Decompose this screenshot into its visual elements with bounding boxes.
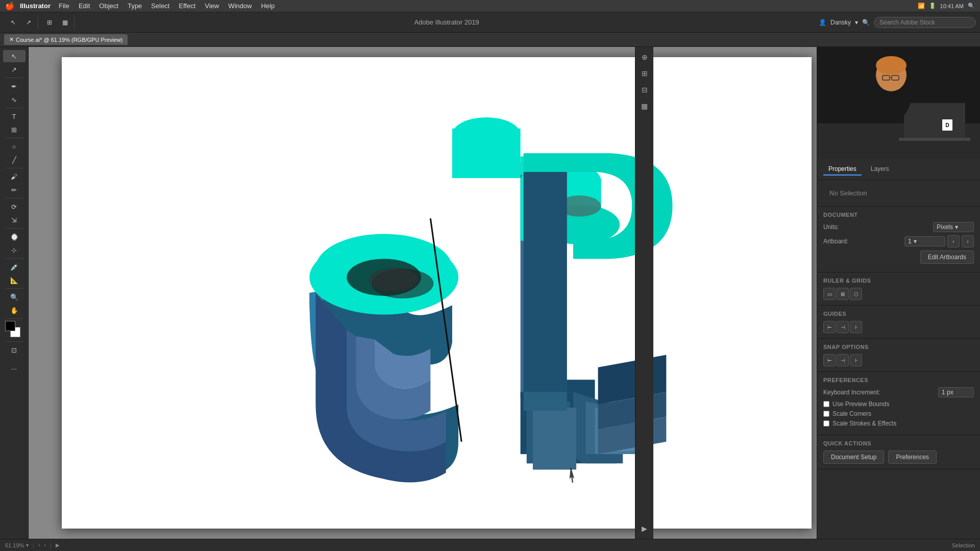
document-tab[interactable]: ✕ Course.ai* @ 61.19% (RGB/GPU Preview) (4, 34, 128, 45)
tool-sep-4 (5, 168, 23, 168)
curvature-tool[interactable]: ∿ (3, 93, 26, 106)
status-bar: 61.19% ▾ | ‹ › | ▶ Selection (0, 539, 980, 551)
edit-artboards-btn[interactable]: Edit Artboards (920, 251, 974, 264)
menu-type[interactable]: Type (124, 1, 146, 11)
units-dropdown-arrow: ▾ (955, 223, 958, 231)
toolbar-transform-tool[interactable]: ↗ (21, 15, 36, 30)
scale-corners-label: Scale Corners (832, 410, 871, 417)
fill-color-swatch[interactable] (5, 321, 15, 331)
ellipse-tool[interactable]: ○ (3, 140, 26, 153)
scale-strokes-effects-label: Scale Strokes & Effects (832, 420, 896, 427)
user-label: Dansky (830, 19, 851, 26)
preferences-btn[interactable]: Preferences (888, 450, 937, 464)
menu-window[interactable]: Window (224, 1, 256, 11)
grid-icon-btn[interactable]: ⊞ (837, 288, 849, 300)
artboards-icon[interactable]: ⊞ (638, 66, 652, 81)
mesh-tool[interactable]: ⊹ (3, 244, 26, 256)
eyedropper-tool[interactable]: 💉 (3, 261, 26, 273)
prev-artboard-btn[interactable]: ‹ (38, 542, 40, 548)
snap-icon-2[interactable]: ⊣ (837, 354, 849, 366)
guide-icon-1[interactable]: ⊢ (823, 321, 836, 333)
perspective-grid-btn[interactable]: ⬡ (850, 288, 862, 300)
menu-view[interactable]: View (201, 1, 223, 11)
use-preview-bounds-checkbox[interactable] (823, 401, 829, 407)
svg-rect-22 (904, 103, 965, 139)
guide-icon-2[interactable]: ⊣ (837, 321, 849, 333)
artboard-dropdown[interactable]: 1 ▾ (904, 236, 945, 246)
artboard-prev-btn[interactable]: ‹ (947, 235, 960, 247)
menu-select[interactable]: Select (147, 1, 174, 11)
selection-mode-label: Selection (952, 542, 975, 548)
tool-sep-10 (5, 341, 23, 342)
rotate-tool[interactable]: ⟳ (3, 201, 26, 213)
table-tool[interactable]: ⊞ (3, 123, 26, 136)
document-setup-btn[interactable]: Document Setup (823, 450, 884, 464)
direct-selection-tool[interactable]: ↗ (3, 63, 26, 76)
toolbar-grid2-btn[interactable]: ▦ (58, 15, 72, 30)
menu-effect[interactable]: Effect (175, 1, 200, 11)
scale-strokes-checkbox[interactable] (823, 420, 829, 427)
snap-icon-3[interactable]: ⊦ (850, 354, 862, 366)
line-tool[interactable]: ╱ (3, 154, 26, 166)
toolbar-grid-btn[interactable]: ⊞ (42, 15, 57, 30)
artboard (62, 57, 812, 529)
keyboard-increment-input[interactable] (938, 387, 974, 397)
search-stock-input[interactable]: Search Adobe Stock (874, 17, 976, 28)
tool-sep-7 (5, 258, 23, 259)
menu-help[interactable]: Help (257, 1, 279, 11)
menu-object[interactable]: Object (95, 1, 122, 11)
user-dropdown-icon[interactable]: ▾ (855, 19, 858, 26)
svg-point-26 (876, 56, 906, 74)
ruler-icon-btn[interactable]: ▭ (823, 288, 836, 300)
apple-menu[interactable]: 🍎 (5, 2, 15, 11)
menu-file[interactable]: File (55, 1, 74, 11)
properties-icon[interactable]: ▦ (638, 99, 652, 113)
snap-icon-1[interactable]: ⊢ (823, 354, 836, 366)
zoom-dropdown[interactable]: ▾ (26, 542, 29, 548)
units-dropdown[interactable]: Pixels ▾ (933, 222, 974, 232)
pen-tool[interactable]: ✒ (3, 80, 26, 92)
paintbrush-tool[interactable]: 🖌 (3, 170, 26, 183)
snap-options-label: Snap Options (823, 344, 974, 350)
toolbar-selection-tool[interactable]: ↖ (6, 15, 20, 30)
next-artboard-btn[interactable]: › (44, 542, 46, 548)
document-section-title: Document (823, 212, 974, 218)
svg-rect-23 (899, 138, 970, 141)
scale-corners-checkbox[interactable] (823, 411, 829, 417)
pencil-tool[interactable]: ✏ (3, 184, 26, 196)
tab-layers[interactable]: Layers (866, 163, 894, 176)
selection-tool[interactable]: ↖ (3, 50, 26, 62)
toolbar-nav-group: ↖ ↗ (4, 15, 38, 30)
ruler-grid-icons: ▭ ⊞ ⬡ (823, 288, 974, 300)
app-name: Illustrator (20, 2, 51, 10)
libraries-icon[interactable]: ⊕ (638, 50, 652, 64)
more-tools[interactable]: ··· (3, 362, 26, 374)
search-menu-icon[interactable]: 🔍 (968, 3, 975, 9)
blend-tool[interactable]: ⌚ (3, 231, 26, 243)
menu-items: File Edit Object Type Select Effect View… (55, 1, 918, 11)
video-preview: D (817, 47, 980, 159)
edit-artboards-row: Edit Artboards (823, 251, 974, 264)
menu-edit[interactable]: Edit (75, 1, 94, 11)
change-screen-mode[interactable]: ⊡ (3, 344, 26, 356)
assets-icon[interactable]: ⊟ (638, 83, 652, 97)
measure-tool[interactable]: 📐 (3, 274, 26, 286)
artboard-next-btn[interactable]: › (962, 235, 974, 247)
guide-icon-3[interactable]: ⊦ (850, 321, 862, 333)
units-value: Pixels ▾ (933, 222, 974, 232)
units-row: Units: Pixels ▾ (823, 222, 974, 232)
quick-actions-label: Quick Actions (823, 440, 974, 446)
type-tool[interactable]: T (3, 110, 26, 122)
preferences-section: Preferences Keyboard Increment: Use Prev… (817, 372, 980, 435)
play-timeline-btn[interactable]: ▶ (56, 542, 60, 548)
hand-tool[interactable]: ✋ (3, 304, 26, 316)
keyboard-increment-row: Keyboard Increment: (823, 387, 974, 397)
play-icon[interactable]: ▶ (638, 521, 652, 536)
artboard-dropdown-arrow: ▾ (914, 238, 917, 245)
scale-tool[interactable]: ⇲ (3, 214, 26, 226)
use-preview-bounds-row: Use Preview Bounds (823, 400, 974, 408)
tab-properties[interactable]: Properties (823, 163, 862, 176)
ruler-grids-section: Ruler & Grids ▭ ⊞ ⬡ (817, 272, 980, 306)
canvas-area[interactable]: ⊕ ⊞ ⊟ ▦ ▶ (29, 47, 817, 539)
zoom-tool[interactable]: 🔍 (3, 291, 26, 303)
